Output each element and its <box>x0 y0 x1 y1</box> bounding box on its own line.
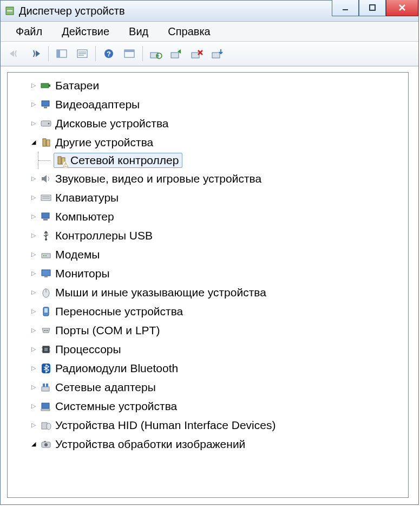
svg-rect-29 <box>41 195 51 200</box>
tree-label: Видеоадаптеры <box>55 98 140 111</box>
tree-item-processors[interactable]: Процессоры <box>11 340 407 359</box>
forward-button[interactable] <box>25 44 45 63</box>
tree-label: Устройства обработки изображений <box>55 438 245 451</box>
enable-device-button[interactable] <box>167 44 186 63</box>
svg-rect-5 <box>57 50 60 57</box>
svg-rect-26 <box>47 140 50 146</box>
network-adapter-icon <box>40 381 52 393</box>
tree-item-computer[interactable]: Компьютер <box>11 207 407 226</box>
tree-label: Порты (COM и LPT) <box>55 324 160 337</box>
svg-rect-39 <box>44 276 48 277</box>
maximize-button[interactable] <box>359 0 386 16</box>
separator-icon <box>142 46 143 61</box>
tree-item-portable-devices[interactable]: Переносные устройства <box>11 302 407 321</box>
tree-item-ports[interactable]: Порты (COM и LPT) <box>11 321 407 340</box>
svg-rect-25 <box>43 139 46 146</box>
tree-label: Дисковые устройства <box>55 117 169 130</box>
svg-rect-32 <box>42 213 49 218</box>
svg-rect-22 <box>44 107 47 108</box>
window-title: Диспетчер устройств <box>19 5 125 17</box>
svg-rect-58 <box>41 409 50 411</box>
menu-file[interactable]: Файл <box>6 23 52 40</box>
tree-item-hid-devices[interactable]: Устройства HID (Human Interface Devices) <box>11 416 407 434</box>
tree-item-disk-drives[interactable]: Дисковые устройства <box>11 114 407 133</box>
svg-rect-54 <box>42 387 49 391</box>
expand-icon[interactable] <box>29 269 38 278</box>
content-area: Батареи Видеоадаптеры Дисковые устройств… <box>1 66 418 504</box>
tree-label: Мыши и иные указывающие устройства <box>55 286 266 299</box>
tree-item-modems[interactable]: Модемы <box>11 245 407 264</box>
svg-point-24 <box>48 122 50 124</box>
device-tree[interactable]: Батареи Видеоадаптеры Дисковые устройств… <box>8 73 408 497</box>
svg-rect-28 <box>62 158 65 164</box>
usb-icon <box>40 230 52 242</box>
tree-item-system-devices[interactable]: Системные устройства <box>11 397 407 416</box>
expand-icon[interactable] <box>29 326 38 335</box>
tree-item-bluetooth[interactable]: Радиомодули Bluetooth <box>11 359 407 378</box>
update-driver-button[interactable] <box>146 44 166 63</box>
expand-icon[interactable] <box>29 100 38 109</box>
show-hide-console-button[interactable] <box>52 44 71 63</box>
back-button[interactable] <box>5 44 24 63</box>
expand-icon[interactable] <box>29 421 38 430</box>
expand-icon[interactable] <box>29 119 38 128</box>
tree-item-keyboards[interactable]: Клавиатуры <box>11 188 407 207</box>
tree-item-display-adapters[interactable]: Видеоадаптеры <box>11 95 407 114</box>
menu-bar: Файл Действие Вид Справка <box>1 22 418 42</box>
expand-icon[interactable] <box>29 250 38 259</box>
help-button[interactable]: ? <box>99 44 119 63</box>
svg-rect-1 <box>7 10 12 11</box>
expand-icon[interactable] <box>29 345 38 354</box>
collapse-icon[interactable] <box>29 138 38 147</box>
tree-item-usb-controllers[interactable]: Контроллеры USB <box>11 226 407 245</box>
collapse-icon[interactable] <box>29 440 38 449</box>
expand-icon[interactable] <box>29 288 38 297</box>
tree-label: Радиомодули Bluetooth <box>55 362 178 375</box>
expand-icon[interactable] <box>29 402 38 411</box>
menu-view[interactable]: Вид <box>119 23 158 40</box>
uninstall-device-button[interactable] <box>187 44 207 63</box>
tree-label: Компьютер <box>55 210 114 223</box>
bluetooth-icon <box>40 362 52 374</box>
unknown-device-icon <box>55 154 67 166</box>
tree-item-network-adapters[interactable]: Сетевые адаптеры <box>11 378 407 397</box>
menu-action[interactable]: Действие <box>52 23 119 40</box>
portable-device-icon <box>40 306 52 317</box>
svg-rect-16 <box>171 53 179 58</box>
expand-icon[interactable] <box>29 307 38 316</box>
expand-icon[interactable] <box>29 174 38 183</box>
svg-text:?: ? <box>107 50 111 58</box>
tree-item-other-devices[interactable]: Другие устройства <box>11 133 407 152</box>
title-bar[interactable]: Диспетчер устройств <box>1 1 418 22</box>
tree-item-batteries[interactable]: Батареи <box>11 76 407 95</box>
view-button[interactable] <box>120 44 139 63</box>
menu-help[interactable]: Справка <box>158 23 220 40</box>
tree-label: Мониторы <box>55 267 110 280</box>
separator-icon <box>48 46 49 61</box>
expand-icon[interactable] <box>29 231 38 240</box>
tree-item-mice[interactable]: Мыши и иные указывающие устройства <box>11 283 407 302</box>
tree-label: Контроллеры USB <box>55 229 153 242</box>
tree-label: Модемы <box>55 248 100 261</box>
expand-icon[interactable] <box>29 383 38 392</box>
svg-rect-27 <box>58 157 61 164</box>
close-button[interactable] <box>386 0 418 16</box>
properties-button[interactable] <box>73 44 92 63</box>
scan-hardware-button[interactable] <box>208 44 227 63</box>
tree-item-sound-video-game[interactable]: Звуковые, видео и игровые устройства <box>11 169 407 188</box>
svg-rect-55 <box>43 384 45 387</box>
tree-item-monitors[interactable]: Мониторы <box>11 264 407 283</box>
expand-icon[interactable] <box>29 193 38 202</box>
tree-item-network-controller[interactable]: Сетевой контроллер <box>54 153 182 168</box>
expand-icon[interactable] <box>29 81 38 90</box>
tree-item-imaging-devices[interactable]: Устройства обработки изображений <box>11 434 407 453</box>
svg-rect-57 <box>42 403 49 408</box>
svg-rect-38 <box>42 270 50 276</box>
svg-rect-43 <box>44 308 48 313</box>
expand-icon[interactable] <box>29 212 38 221</box>
expand-icon[interactable] <box>29 364 38 373</box>
computer-icon <box>40 211 52 223</box>
minimize-button[interactable] <box>332 0 359 16</box>
svg-point-36 <box>43 255 44 256</box>
svg-rect-3 <box>370 5 375 10</box>
